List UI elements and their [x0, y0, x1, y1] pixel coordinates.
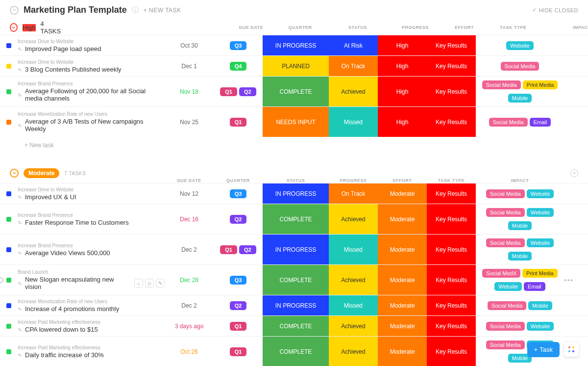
task-title[interactable]: Faster Response Time to Customers	[25, 219, 129, 226]
effort-cell[interactable]: High	[378, 56, 427, 76]
impact-tag[interactable]: Website	[506, 41, 534, 50]
info-icon[interactable]: ⓘ	[132, 6, 139, 15]
quarter-pill[interactable]: Q4	[230, 62, 247, 71]
status-dot[interactable]	[6, 120, 11, 125]
task-row[interactable]: Increase Paid Marketing effectiveness ↳ …	[0, 315, 588, 336]
type-cell[interactable]: Key Results	[427, 337, 476, 366]
type-cell[interactable]: Key Results	[427, 107, 476, 137]
status-cell[interactable]: PLANNED	[263, 56, 329, 76]
impact-tag[interactable]: Print Media	[523, 80, 558, 89]
type-cell[interactable]: Key Results	[427, 35, 476, 55]
due-date[interactable]: Dec 1	[165, 56, 214, 76]
quarter-pill[interactable]: Q2	[239, 87, 256, 96]
impact-tag[interactable]: Social Media	[486, 189, 525, 198]
type-cell[interactable]: Key Results	[427, 235, 476, 264]
effort-cell[interactable]: High	[378, 35, 427, 55]
task-parent[interactable]: Increase Paid Marketing effectiveness	[18, 319, 165, 325]
impact-tag[interactable]: Website	[527, 322, 554, 331]
impact-tag[interactable]: Print Media	[522, 269, 558, 278]
impact-tag[interactable]: Social Media	[486, 340, 525, 349]
status-dot[interactable]	[6, 64, 11, 69]
status-dot[interactable]	[6, 303, 11, 308]
task-title[interactable]: New Slogan encapsulating new vision	[25, 276, 128, 290]
impact-tag[interactable]: Mobile	[528, 301, 552, 310]
due-date[interactable]: Oct 26	[165, 337, 214, 366]
task-row[interactable]: Increase Drive to Website ↳ 3 Blog Conte…	[0, 55, 588, 76]
impact-tag[interactable]: Social Media	[488, 301, 526, 310]
task-row[interactable]: Brand Launch ↳ New Slogan encapsulating …	[0, 264, 588, 295]
due-date[interactable]: Dec 16	[165, 204, 214, 234]
progress-cell[interactable]: Missed	[329, 107, 378, 137]
impact-tag[interactable]: Website	[527, 189, 554, 198]
quarter-pill[interactable]: Q1	[220, 245, 237, 254]
due-date[interactable]: Dec 2	[165, 295, 214, 315]
effort-cell[interactable]: High	[378, 77, 427, 106]
task-row[interactable]: Increase Monetization Rate of new Users …	[0, 295, 588, 315]
effort-cell[interactable]: Moderate	[378, 204, 427, 234]
task-parent[interactable]: Increase Drive to Website	[18, 187, 165, 192]
task-parent[interactable]: Increase Monetization Rate of new Users	[18, 299, 165, 304]
task-parent[interactable]: Increase Brand Presence	[18, 212, 165, 218]
progress-cell[interactable]: Missed	[329, 295, 378, 315]
impact-tag[interactable]: Email	[530, 118, 551, 127]
impact-tag[interactable]: Website	[527, 238, 554, 247]
effort-cell[interactable]: High	[378, 107, 427, 137]
assignee-icon[interactable]: ⌂	[134, 279, 143, 288]
quarter-pill[interactable]: Q2	[239, 245, 256, 254]
progress-cell[interactable]: Achieved	[329, 337, 378, 366]
status-cell[interactable]: COMPLETE	[263, 316, 329, 336]
hide-closed-button[interactable]: ✓ HIDE CLOSED	[532, 7, 578, 13]
status-dot[interactable]	[6, 278, 11, 283]
task-row[interactable]: Increase Drive to Website ↳ Improved Pag…	[0, 35, 588, 55]
status-dot[interactable]	[6, 89, 11, 94]
due-date[interactable]: Oct 30	[165, 35, 214, 55]
task-row[interactable]: Increase Brand Presence ↳ Average Follow…	[0, 76, 588, 106]
quarter-pill[interactable]: Q3	[230, 189, 247, 198]
add-column-icon[interactable]: +	[570, 169, 578, 177]
priority-pill[interactable]: High	[23, 24, 36, 31]
impact-tag[interactable]: Social Media	[489, 118, 528, 127]
impact-tag[interactable]: Website	[494, 282, 522, 291]
impact-tag[interactable]: Social Media	[501, 62, 539, 71]
status-dot[interactable]	[6, 349, 11, 354]
status-dot[interactable]	[6, 324, 11, 329]
status-dot[interactable]	[6, 191, 11, 196]
progress-cell[interactable]: On Track	[329, 183, 378, 204]
task-title[interactable]: Increase of 4 promotions monthly	[25, 305, 119, 313]
quarter-pill[interactable]: Q1	[230, 347, 247, 356]
status-dot-empty[interactable]	[0, 277, 3, 283]
quarter-pill[interactable]: Q2	[230, 215, 247, 224]
task-parent[interactable]: Increase Paid Marketing effectiveness	[18, 345, 165, 350]
quarter-pill[interactable]: Q3	[230, 41, 247, 50]
quarter-pill[interactable]: Q1	[230, 118, 247, 127]
new-task-header-button[interactable]: + NEW TASK	[144, 7, 181, 14]
impact-tag[interactable]: Mobile	[508, 252, 532, 261]
fab-new-task[interactable]: + Task	[527, 342, 560, 357]
due-date[interactable]: Nov 18	[165, 77, 214, 106]
type-cell[interactable]: Key Results	[427, 316, 476, 336]
task-row[interactable]: Increase Brand Presence ↳ Faster Respons…	[0, 204, 588, 234]
due-date[interactable]: Nov 25	[165, 107, 214, 137]
progress-cell[interactable]: Achieved	[329, 265, 378, 295]
impact-tag[interactable]: Mobile	[508, 221, 532, 230]
status-cell[interactable]: IN PROGRESS	[263, 295, 329, 315]
status-dot[interactable]	[6, 217, 11, 222]
due-date[interactable]: Dec 28	[165, 265, 214, 295]
progress-cell[interactable]: Achieved	[329, 204, 378, 234]
impact-tag[interactable]: Social Media	[486, 208, 525, 217]
quarter-pill[interactable]: Q2	[230, 301, 247, 310]
impact-tag[interactable]: Mobile	[508, 94, 532, 103]
task-parent[interactable]: Brand Launch	[18, 269, 165, 275]
tag-icon[interactable]: ◇	[145, 279, 154, 288]
type-cell[interactable]: Key Results	[427, 56, 476, 76]
impact-tag[interactable]: Social Media	[486, 238, 525, 247]
status-cell[interactable]: COMPLETE	[263, 337, 329, 366]
effort-cell[interactable]: Moderate	[378, 235, 427, 264]
status-cell[interactable]: IN PROGRESS	[263, 183, 329, 204]
status-cell[interactable]: COMPLETE	[263, 265, 329, 295]
task-title[interactable]: Daily traffic increase of 30%	[25, 351, 104, 359]
type-cell[interactable]: Key Results	[427, 183, 476, 204]
impact-tag[interactable]: Social Media	[482, 80, 521, 89]
type-cell[interactable]: Key Results	[427, 204, 476, 234]
type-cell[interactable]: Key Results	[427, 295, 476, 315]
